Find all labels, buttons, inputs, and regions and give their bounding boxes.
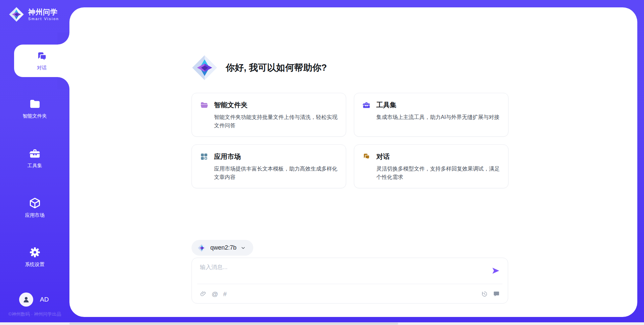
comment-icon — [493, 290, 500, 297]
model-name: qwen2:7b — [210, 244, 236, 251]
model-logo-icon — [198, 244, 206, 252]
hash-icon: # — [223, 291, 227, 297]
sidebar-item-chat[interactable]: 对话 — [14, 45, 69, 77]
sidebar-item-label: 系统设置 — [25, 261, 45, 268]
gear-icon — [29, 246, 41, 258]
paperclip-icon — [200, 290, 207, 297]
brand-logo-icon — [9, 7, 24, 22]
user-profile[interactable]: AD — [19, 292, 49, 307]
card-title: 对话 — [376, 152, 390, 161]
feature-cards: 智能文件夹 智能文件夹功能支持批量文件上传与清洗，轻松实现文件问答 工具集 集成… — [192, 93, 509, 188]
card-description: 应用市场提供丰富长文本模板，助力高效生成多样化文章内容 — [214, 165, 338, 181]
card-title: 应用市场 — [214, 152, 241, 161]
main-panel: 你好, 我可以如何帮助你? 智能文件夹 智能文件夹功能支持批量文件上传与清洗，轻… — [69, 7, 637, 317]
folder-open-icon — [200, 101, 208, 109]
mention-button[interactable]: @ — [212, 291, 218, 297]
chevron-down-icon — [240, 245, 246, 251]
sidebar-item-label: 智能文件夹 — [22, 113, 47, 119]
chat-icon — [362, 152, 371, 161]
sidebar-item-smart-folder[interactable]: 智能文件夹 — [1, 98, 68, 124]
card-description: 集成市场上主流工具，助力AI与外界无缝扩展与对接 — [376, 113, 500, 121]
message-input[interactable] — [200, 263, 481, 283]
app-logo-icon — [192, 55, 218, 81]
user-name: AD — [40, 296, 49, 303]
topic-button[interactable]: # — [223, 291, 227, 297]
card-title: 工具集 — [376, 101, 396, 110]
sidebar-item-app-market[interactable]: 应用市场 — [1, 197, 68, 223]
card-chat[interactable]: 对话 灵活切换多模型文件，支持多样回复效果调试，满足个性化需求 — [354, 144, 508, 188]
toolbox-icon — [29, 147, 41, 159]
history-icon — [481, 290, 488, 298]
attach-button[interactable] — [200, 290, 207, 297]
tab-fillet-bottom — [57, 77, 69, 89]
avatar — [19, 292, 33, 307]
folder-icon — [29, 98, 41, 110]
card-description: 智能文件夹功能支持批量文件上传与清洗，轻松实现文件问答 — [214, 113, 338, 130]
card-title: 智能文件夹 — [214, 101, 248, 110]
model-selector[interactable]: qwen2:7b — [192, 240, 253, 256]
copyright-text: ©神州数码 · 神州问学出品 — [0, 311, 69, 317]
composer-divider — [197, 284, 502, 284]
sidebar: 神州问学 Smart Vision 对话 智能文件夹 工具集 — [0, 0, 69, 325]
history-button[interactable] — [481, 290, 488, 298]
brand-subtitle: Smart Vision — [28, 17, 59, 21]
brand: 神州问学 Smart Vision — [9, 7, 59, 22]
horizontal-scrollbar[interactable] — [0, 322, 644, 325]
at-icon: @ — [212, 291, 218, 297]
card-smart-folder[interactable]: 智能文件夹 智能文件夹功能支持批量文件上传与清洗，轻松实现文件问答 — [192, 93, 346, 137]
sidebar-item-settings[interactable]: 系统设置 — [1, 246, 68, 272]
grid-icon — [200, 152, 208, 161]
message-composer: @ # — [192, 258, 508, 304]
send-button[interactable] — [491, 266, 500, 275]
card-description: 灵活切换多模型文件，支持多样回复效果调试，满足个性化需求 — [376, 165, 500, 181]
scrollbar-thumb[interactable] — [69, 323, 398, 325]
chat-icon — [36, 51, 48, 63]
hero: 你好, 我可以如何帮助你? — [192, 55, 327, 81]
toolbox-icon — [362, 101, 371, 109]
person-icon — [22, 296, 30, 304]
sidebar-item-toolset[interactable]: 工具集 — [1, 147, 68, 174]
composer-toolbar: @ # — [200, 289, 500, 299]
tab-fillet-top — [57, 32, 69, 45]
greeting-title: 你好, 我可以如何帮助你? — [226, 62, 327, 74]
brand-name: 神州问学 — [28, 8, 59, 16]
send-icon — [491, 266, 500, 275]
cube-icon — [29, 197, 41, 209]
card-app-market[interactable]: 应用市场 应用市场提供丰富长文本模板，助力高效生成多样化文章内容 — [192, 144, 346, 188]
sidebar-item-label: 对话 — [37, 65, 47, 71]
sidebar-item-label: 应用市场 — [25, 212, 45, 218]
comments-button[interactable] — [493, 290, 500, 297]
card-toolset[interactable]: 工具集 集成市场上主流工具，助力AI与外界无缝扩展与对接 — [354, 93, 508, 137]
sidebar-item-label: 工具集 — [28, 162, 42, 169]
